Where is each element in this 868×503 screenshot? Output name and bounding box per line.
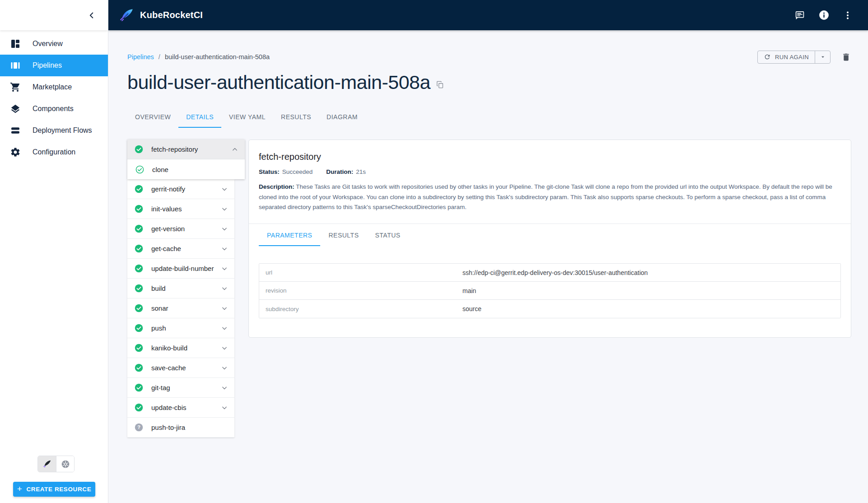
chevron-down-icon[interactable] [220, 205, 229, 214]
create-resource-button[interactable]: + CREATE RESOURCE [13, 482, 95, 497]
info-button[interactable] [818, 9, 830, 21]
task-list-column: fetch-repository clone gerrit-notify [127, 140, 245, 438]
sidebar-item-configuration[interactable]: Configuration [0, 141, 108, 163]
task-name: get-version [151, 225, 220, 233]
shopping-cart-icon [10, 82, 21, 93]
kebab-menu-icon [842, 10, 853, 21]
sidebar-item-components[interactable]: Components [0, 98, 108, 120]
pipelines-icon [10, 60, 21, 71]
task-row-update-cbis[interactable]: update-cbis [127, 398, 234, 418]
chevron-down-icon[interactable] [220, 224, 229, 233]
chevron-down-icon[interactable] [220, 185, 229, 194]
check-circle-icon [134, 383, 144, 392]
status-value: Succeeded [282, 168, 313, 175]
task-row-sonar[interactable]: sonar [127, 298, 234, 318]
tab-view-yaml[interactable]: VIEW YAML [221, 107, 273, 128]
step-row-clone[interactable]: clone [127, 159, 245, 179]
task-name: update-build-number [151, 265, 220, 272]
tab-results[interactable]: RESULTS [273, 107, 319, 128]
description-label: Description: [259, 183, 294, 190]
task-row-update-build-number[interactable]: update-build-number [127, 259, 234, 279]
delete-pipeline-button[interactable] [840, 51, 851, 62]
breadcrumb-pipelines-link[interactable]: Pipelines [127, 53, 154, 61]
rocket-feather-logo-icon [119, 8, 134, 23]
chat-icon [794, 10, 805, 21]
tab-overview[interactable]: OVERVIEW [127, 107, 178, 128]
chevron-down-icon[interactable] [220, 304, 229, 313]
tab-parameters[interactable]: PARAMETERS [259, 224, 320, 246]
task-row-gerrit-notify[interactable]: gerrit-notify [127, 179, 234, 199]
task-detail-title: fetch-repository [259, 152, 841, 162]
page-title: build-user-authentication-main-508a [127, 71, 430, 93]
task-row-kaniko-build[interactable]: kaniko-build [127, 338, 234, 358]
task-detail-tabs: PARAMETERS RESULTS STATUS [259, 224, 841, 246]
chevron-down-icon[interactable] [220, 403, 229, 412]
task-row-git-tag[interactable]: git-tag [127, 378, 234, 398]
task-name: get-cache [151, 245, 220, 252]
sidebar-item-overview[interactable]: Overview [0, 33, 108, 55]
chevron-down-icon[interactable] [220, 264, 229, 273]
feather-icon [43, 460, 51, 468]
sidebar-item-pipelines[interactable]: Pipelines [0, 55, 108, 76]
task-row-init-values[interactable]: init-values [127, 199, 234, 219]
task-row-build[interactable]: build [127, 279, 234, 298]
check-circle-icon [134, 303, 144, 313]
app-bar: KubeRocketCI [108, 0, 868, 30]
tab-diagram[interactable]: DIAGRAM [319, 107, 365, 128]
check-circle-icon [134, 224, 144, 233]
sidebar-item-label: Marketplace [33, 83, 72, 91]
chevron-down-icon[interactable] [220, 324, 229, 333]
chevron-down-icon[interactable] [220, 244, 229, 253]
parameter-key: subdirectory [259, 306, 462, 312]
run-again-label: RUN AGAIN [775, 54, 809, 61]
trash-icon [841, 52, 851, 62]
dashboard-icon [10, 38, 21, 49]
sidebar-item-deployment-flows[interactable]: Deployment Flows [0, 120, 108, 141]
app-logo[interactable]: KubeRocketCI [119, 8, 203, 23]
breadcrumb: Pipelines / build-user-authentication-ma… [127, 53, 270, 61]
parameter-value: ssh://edp-ci@gerrit.edp-delivery-os-dev:… [462, 269, 648, 276]
chevron-up-icon[interactable] [230, 145, 239, 154]
tab-task-status[interactable]: STATUS [367, 224, 408, 246]
task-row-get-cache[interactable]: get-cache [127, 239, 234, 259]
task-name: git-tag [151, 384, 220, 391]
kubernetes-view-button[interactable] [56, 456, 74, 472]
sidebar-item-marketplace[interactable]: Marketplace [0, 76, 108, 98]
info-icon [818, 9, 830, 21]
more-menu-button[interactable] [842, 9, 854, 21]
task-name: save-cache [151, 364, 220, 372]
check-circle-outline-icon [135, 165, 145, 174]
task-row-fetch-repository[interactable]: fetch-repository [127, 140, 245, 159]
tab-task-results[interactable]: RESULTS [320, 224, 367, 246]
parameter-key: revision [259, 287, 462, 294]
status-label: Status: [259, 168, 280, 175]
task-row-save-cache[interactable]: save-cache [127, 358, 234, 378]
sidebar-collapse-button[interactable] [85, 9, 98, 22]
task-name: build [151, 284, 220, 292]
task-row-get-version[interactable]: get-version [127, 219, 234, 239]
task-row-push[interactable]: push [127, 318, 234, 338]
plus-icon: + [17, 484, 23, 493]
chevron-down-icon[interactable] [220, 284, 229, 293]
run-again-dropdown-button[interactable] [815, 51, 830, 63]
parameter-row-subdirectory: subdirectory source [259, 300, 840, 318]
feedback-button[interactable] [794, 9, 806, 21]
task-row-push-to-jira[interactable]: push-to-jira [127, 418, 234, 438]
chevron-down-icon[interactable] [220, 363, 229, 373]
task-list: gerrit-notify init-values get-version [127, 179, 234, 438]
kuberocketci-view-button[interactable] [38, 456, 56, 472]
app-title: KubeRocketCI [140, 10, 203, 20]
chevron-down-icon[interactable] [220, 344, 229, 353]
parameter-value: source [462, 305, 481, 312]
check-circle-icon [134, 264, 144, 273]
tab-details[interactable]: DETAILS [178, 107, 221, 128]
duration-label: Duration: [326, 168, 353, 175]
check-circle-icon [134, 284, 144, 293]
kubernetes-icon [61, 460, 70, 469]
sidebar-item-label: Deployment Flows [33, 126, 92, 135]
run-again-button[interactable]: RUN AGAIN [758, 51, 815, 63]
parameters-table: url ssh://edp-ci@gerrit.edp-delivery-os-… [259, 263, 841, 318]
copy-name-button[interactable] [436, 80, 444, 89]
parameter-row-revision: revision main [259, 282, 840, 300]
chevron-down-icon[interactable] [220, 383, 229, 392]
